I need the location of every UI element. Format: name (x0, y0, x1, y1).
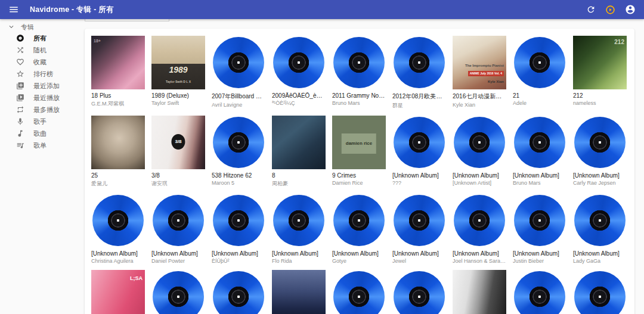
album-cover-placeholder[interactable] (212, 270, 265, 314)
album-tile[interactable]: 21Adele (513, 36, 566, 110)
album-cover-art[interactable] (272, 270, 326, 314)
album-tile[interactable] (272, 270, 326, 314)
album-tile[interactable]: [Unknown Album]??? (392, 116, 446, 188)
refresh-button[interactable] (586, 5, 596, 14)
album-cover-art[interactable]: 18+ (91, 36, 145, 89)
album-artist[interactable]: Carly Rae Jepsen (573, 180, 627, 186)
album-tile[interactable]: [Unknown Album][Unknown Artist] (453, 116, 506, 188)
album-tile[interactable]: [Unknown Album]Joel Hanson & Sara Groves (453, 194, 506, 264)
album-tile[interactable] (392, 270, 446, 314)
album-artist[interactable]: Avril Lavigne (212, 102, 265, 108)
album-cover-placeholder[interactable] (332, 270, 386, 314)
album-cover-placeholder[interactable] (212, 36, 265, 89)
album-cover-placeholder[interactable] (513, 36, 566, 89)
album-tile[interactable]: 538 Hitzone 62Maroon 5 (212, 116, 265, 188)
activity-panel-button[interactable] (605, 5, 615, 15)
album-cover-placeholder[interactable] (392, 116, 446, 169)
album-cover-placeholder[interactable] (91, 194, 145, 247)
album-artist[interactable]: Christina Aguilera (91, 258, 145, 264)
album-cover-art[interactable]: 212 (573, 36, 627, 89)
album-cover-art[interactable]: damien rice (332, 116, 386, 169)
sidebar-item-music-note[interactable]: 歌曲 (0, 128, 79, 139)
album-tile[interactable]: damien rice9 CrimesDamien Rice (332, 116, 386, 188)
sidebar-item-shuffle[interactable]: 随机 (0, 44, 79, 56)
album-cover-placeholder[interactable] (272, 194, 326, 247)
album-cover-placeholder[interactable] (573, 194, 627, 247)
sidebar-item-heart[interactable]: 收藏 (0, 56, 79, 68)
album-cover-art[interactable] (453, 270, 506, 314)
album-tile[interactable] (453, 270, 506, 314)
sidebar-item-queue-music[interactable]: 歌单 (0, 139, 79, 151)
album-cover-art[interactable]: The Impromptu PianistANIME July 2016 Vol… (453, 36, 506, 89)
album-artist[interactable]: Damien Rice (332, 180, 386, 186)
album-cover-placeholder[interactable] (453, 116, 506, 169)
sidebar-item-video-library[interactable]: 最近播放 (0, 92, 79, 104)
album-cover-placeholder[interactable] (513, 116, 566, 169)
album-artist[interactable]: ??? (392, 180, 446, 186)
album-artist[interactable]: Kyle Xian (453, 102, 506, 108)
album-artist[interactable]: Maroon 5 (212, 180, 265, 186)
album-tile[interactable]: [Unknown Album]Christina Aguilera (91, 194, 145, 264)
album-cover-art[interactable] (272, 116, 326, 169)
album-artist[interactable]: Bruno Mars (513, 180, 566, 186)
album-artist[interactable]: Flo Rida (272, 258, 326, 264)
album-tile[interactable]: 2009ÄêÔÂÈÕ_èÈúýÝ 2ª¹ÒÈ²Ì¼Ç (272, 36, 326, 110)
sidebar-item-mic[interactable]: 歌手 (0, 116, 79, 128)
album-artist[interactable]: 群星 (392, 102, 446, 110)
album-tile[interactable]: 3/83/8谢安琪 (151, 116, 205, 188)
menu-button[interactable] (8, 4, 19, 15)
album-tile[interactable]: 8周柏豪 (272, 116, 326, 188)
album-tile[interactable]: [Unknown Album]Carly Rae Jepsen (573, 116, 627, 188)
album-cover-placeholder[interactable] (573, 116, 627, 169)
album-tile[interactable]: [Unknown Album]Justin Bieber (513, 194, 566, 264)
album-tile[interactable]: [Unknown Album]Daniel Powter (151, 194, 205, 264)
album-tile[interactable]: 2011 Grammy NomineesBruno Mars (332, 36, 386, 110)
album-artist[interactable]: Bruno Mars (332, 100, 386, 106)
sidebar-item-star[interactable]: 排行榜 (0, 68, 79, 80)
account-button[interactable] (625, 4, 636, 15)
album-artist[interactable]: G.E.M.邓紫棋 (91, 100, 145, 108)
album-cover-placeholder[interactable] (513, 194, 566, 247)
album-tile[interactable]: 1989Taylor Swift D L X1989 (Deluxe)Taylo… (151, 36, 205, 110)
album-cover-art[interactable]: 3/8 (151, 116, 205, 169)
album-artist[interactable]: Lady GaGa (573, 258, 627, 264)
album-tile[interactable] (332, 270, 386, 314)
album-cover-placeholder[interactable] (212, 194, 265, 247)
album-cover-placeholder[interactable] (392, 270, 446, 314)
album-tile[interactable]: 2012年08月欧美新歌...群星 (392, 36, 446, 110)
album-artist[interactable]: Gotye (332, 258, 386, 264)
album-cover-placeholder[interactable] (332, 194, 386, 247)
album-cover-art[interactable]: L;SA (91, 270, 145, 314)
album-tile[interactable]: [Unknown Album]Gotye (332, 194, 386, 264)
sidebar-section-albums[interactable]: 专辑 (0, 21, 79, 32)
album-tile[interactable]: L;SA (91, 270, 145, 314)
album-cover-placeholder[interactable] (392, 36, 446, 89)
album-artist[interactable]: Taylor Swift (151, 100, 205, 106)
album-artist[interactable]: 谢安琪 (151, 180, 205, 188)
album-artist[interactable]: 周柏豪 (272, 180, 326, 188)
album-artist[interactable]: Jewel (392, 258, 446, 264)
album-artist[interactable]: 爱黛儿 (91, 180, 145, 188)
album-tile[interactable]: [Unknown Album]Bruno Mars (513, 116, 566, 188)
album-tile[interactable]: 18+18 PlusG.E.M.邓紫棋 (91, 36, 145, 110)
album-artist[interactable]: [Unknown Artist] (453, 180, 506, 186)
album-tile[interactable]: [Unknown Album]ÈÍÛþÛ² (212, 194, 265, 264)
album-tile[interactable]: [Unknown Album]Jewel (392, 194, 446, 264)
album-tile[interactable]: The Impromptu PianistANIME July 2016 Vol… (453, 36, 506, 110)
album-artist[interactable]: Daniel Powter (151, 258, 205, 264)
album-tile[interactable] (513, 270, 566, 314)
album-artist[interactable]: Adele (513, 100, 566, 106)
album-cover-placeholder[interactable] (272, 36, 326, 89)
album-tile[interactable]: 212212nameless (573, 36, 627, 110)
album-cover-placeholder[interactable] (151, 194, 205, 247)
album-tile[interactable]: [Unknown Album]Lady GaGa (573, 194, 627, 264)
album-artist[interactable]: ª¹ÒÈ²Ì¼Ç (272, 100, 326, 106)
album-tile[interactable] (573, 270, 627, 314)
album-cover-placeholder[interactable] (573, 270, 627, 314)
album-tile[interactable]: [Unknown Album]Flo Rida (272, 194, 326, 264)
album-cover-placeholder[interactable] (392, 194, 446, 247)
album-artist[interactable]: nameless (573, 100, 627, 106)
sidebar-item-album[interactable]: 所有 (0, 32, 79, 44)
sidebar-item-library-add[interactable]: 最近添加 (0, 80, 79, 92)
album-tile[interactable] (212, 270, 265, 314)
